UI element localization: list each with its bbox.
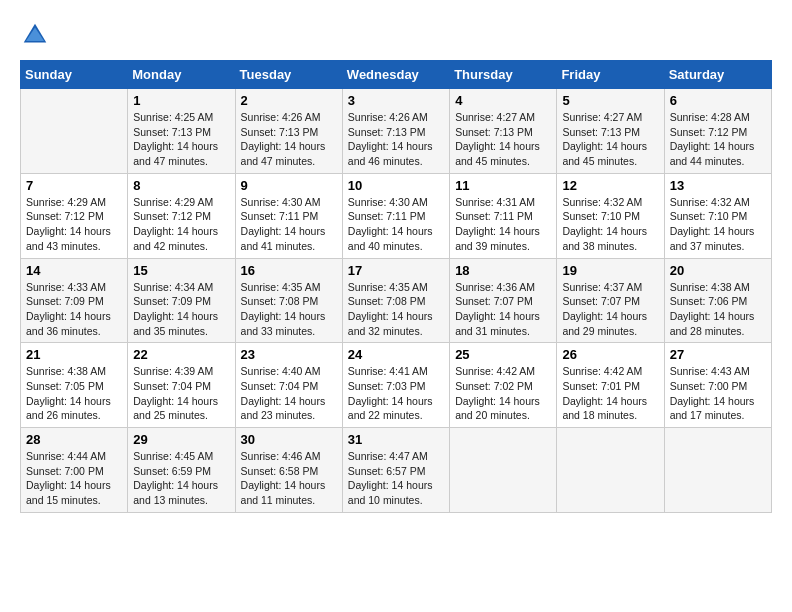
day-number: 17 bbox=[348, 263, 444, 278]
calendar-cell: 12Sunrise: 4:32 AM Sunset: 7:10 PM Dayli… bbox=[557, 173, 664, 258]
day-number: 15 bbox=[133, 263, 229, 278]
day-number: 11 bbox=[455, 178, 551, 193]
day-number: 27 bbox=[670, 347, 766, 362]
cell-content: Sunrise: 4:32 AM Sunset: 7:10 PM Dayligh… bbox=[670, 195, 766, 254]
cell-content: Sunrise: 4:42 AM Sunset: 7:01 PM Dayligh… bbox=[562, 364, 658, 423]
cell-content: Sunrise: 4:28 AM Sunset: 7:12 PM Dayligh… bbox=[670, 110, 766, 169]
calendar-cell: 28Sunrise: 4:44 AM Sunset: 7:00 PM Dayli… bbox=[21, 428, 128, 513]
calendar-cell: 23Sunrise: 4:40 AM Sunset: 7:04 PM Dayli… bbox=[235, 343, 342, 428]
cell-content: Sunrise: 4:46 AM Sunset: 6:58 PM Dayligh… bbox=[241, 449, 337, 508]
day-number: 9 bbox=[241, 178, 337, 193]
cell-content: Sunrise: 4:35 AM Sunset: 7:08 PM Dayligh… bbox=[348, 280, 444, 339]
day-number: 4 bbox=[455, 93, 551, 108]
logo bbox=[20, 20, 54, 50]
day-number: 7 bbox=[26, 178, 122, 193]
calendar-cell: 2Sunrise: 4:26 AM Sunset: 7:13 PM Daylig… bbox=[235, 89, 342, 174]
calendar-cell: 18Sunrise: 4:36 AM Sunset: 7:07 PM Dayli… bbox=[450, 258, 557, 343]
calendar-cell bbox=[21, 89, 128, 174]
day-header-monday: Monday bbox=[128, 61, 235, 89]
day-number: 12 bbox=[562, 178, 658, 193]
cell-content: Sunrise: 4:44 AM Sunset: 7:00 PM Dayligh… bbox=[26, 449, 122, 508]
day-number: 18 bbox=[455, 263, 551, 278]
day-number: 29 bbox=[133, 432, 229, 447]
calendar-cell: 29Sunrise: 4:45 AM Sunset: 6:59 PM Dayli… bbox=[128, 428, 235, 513]
calendar-week-5: 28Sunrise: 4:44 AM Sunset: 7:00 PM Dayli… bbox=[21, 428, 772, 513]
day-number: 14 bbox=[26, 263, 122, 278]
cell-content: Sunrise: 4:33 AM Sunset: 7:09 PM Dayligh… bbox=[26, 280, 122, 339]
calendar-cell: 13Sunrise: 4:32 AM Sunset: 7:10 PM Dayli… bbox=[664, 173, 771, 258]
day-number: 8 bbox=[133, 178, 229, 193]
cell-content: Sunrise: 4:42 AM Sunset: 7:02 PM Dayligh… bbox=[455, 364, 551, 423]
calendar-cell bbox=[557, 428, 664, 513]
calendar-week-4: 21Sunrise: 4:38 AM Sunset: 7:05 PM Dayli… bbox=[21, 343, 772, 428]
calendar-week-3: 14Sunrise: 4:33 AM Sunset: 7:09 PM Dayli… bbox=[21, 258, 772, 343]
cell-content: Sunrise: 4:30 AM Sunset: 7:11 PM Dayligh… bbox=[348, 195, 444, 254]
day-header-thursday: Thursday bbox=[450, 61, 557, 89]
cell-content: Sunrise: 4:29 AM Sunset: 7:12 PM Dayligh… bbox=[133, 195, 229, 254]
day-number: 13 bbox=[670, 178, 766, 193]
day-number: 3 bbox=[348, 93, 444, 108]
calendar-cell: 10Sunrise: 4:30 AM Sunset: 7:11 PM Dayli… bbox=[342, 173, 449, 258]
day-number: 23 bbox=[241, 347, 337, 362]
day-header-sunday: Sunday bbox=[21, 61, 128, 89]
calendar-cell: 9Sunrise: 4:30 AM Sunset: 7:11 PM Daylig… bbox=[235, 173, 342, 258]
calendar-cell: 20Sunrise: 4:38 AM Sunset: 7:06 PM Dayli… bbox=[664, 258, 771, 343]
calendar-cell: 4Sunrise: 4:27 AM Sunset: 7:13 PM Daylig… bbox=[450, 89, 557, 174]
cell-content: Sunrise: 4:35 AM Sunset: 7:08 PM Dayligh… bbox=[241, 280, 337, 339]
calendar-week-1: 1Sunrise: 4:25 AM Sunset: 7:13 PM Daylig… bbox=[21, 89, 772, 174]
cell-content: Sunrise: 4:45 AM Sunset: 6:59 PM Dayligh… bbox=[133, 449, 229, 508]
calendar-cell: 7Sunrise: 4:29 AM Sunset: 7:12 PM Daylig… bbox=[21, 173, 128, 258]
day-header-wednesday: Wednesday bbox=[342, 61, 449, 89]
calendar-cell: 14Sunrise: 4:33 AM Sunset: 7:09 PM Dayli… bbox=[21, 258, 128, 343]
calendar-week-2: 7Sunrise: 4:29 AM Sunset: 7:12 PM Daylig… bbox=[21, 173, 772, 258]
day-number: 10 bbox=[348, 178, 444, 193]
calendar-cell: 5Sunrise: 4:27 AM Sunset: 7:13 PM Daylig… bbox=[557, 89, 664, 174]
days-header-row: SundayMondayTuesdayWednesdayThursdayFrid… bbox=[21, 61, 772, 89]
calendar-cell: 26Sunrise: 4:42 AM Sunset: 7:01 PM Dayli… bbox=[557, 343, 664, 428]
calendar-cell: 22Sunrise: 4:39 AM Sunset: 7:04 PM Dayli… bbox=[128, 343, 235, 428]
day-number: 22 bbox=[133, 347, 229, 362]
day-number: 25 bbox=[455, 347, 551, 362]
page-header bbox=[20, 20, 772, 50]
cell-content: Sunrise: 4:27 AM Sunset: 7:13 PM Dayligh… bbox=[562, 110, 658, 169]
calendar-cell: 21Sunrise: 4:38 AM Sunset: 7:05 PM Dayli… bbox=[21, 343, 128, 428]
day-number: 2 bbox=[241, 93, 337, 108]
day-header-friday: Friday bbox=[557, 61, 664, 89]
day-number: 26 bbox=[562, 347, 658, 362]
cell-content: Sunrise: 4:30 AM Sunset: 7:11 PM Dayligh… bbox=[241, 195, 337, 254]
day-header-tuesday: Tuesday bbox=[235, 61, 342, 89]
cell-content: Sunrise: 4:27 AM Sunset: 7:13 PM Dayligh… bbox=[455, 110, 551, 169]
calendar-cell: 8Sunrise: 4:29 AM Sunset: 7:12 PM Daylig… bbox=[128, 173, 235, 258]
calendar-cell: 16Sunrise: 4:35 AM Sunset: 7:08 PM Dayli… bbox=[235, 258, 342, 343]
day-number: 1 bbox=[133, 93, 229, 108]
day-number: 30 bbox=[241, 432, 337, 447]
calendar-cell: 15Sunrise: 4:34 AM Sunset: 7:09 PM Dayli… bbox=[128, 258, 235, 343]
day-number: 31 bbox=[348, 432, 444, 447]
cell-content: Sunrise: 4:39 AM Sunset: 7:04 PM Dayligh… bbox=[133, 364, 229, 423]
calendar-cell bbox=[450, 428, 557, 513]
calendar-cell: 30Sunrise: 4:46 AM Sunset: 6:58 PM Dayli… bbox=[235, 428, 342, 513]
cell-content: Sunrise: 4:40 AM Sunset: 7:04 PM Dayligh… bbox=[241, 364, 337, 423]
cell-content: Sunrise: 4:25 AM Sunset: 7:13 PM Dayligh… bbox=[133, 110, 229, 169]
day-number: 28 bbox=[26, 432, 122, 447]
day-number: 16 bbox=[241, 263, 337, 278]
calendar-cell: 25Sunrise: 4:42 AM Sunset: 7:02 PM Dayli… bbox=[450, 343, 557, 428]
day-number: 19 bbox=[562, 263, 658, 278]
calendar-cell: 1Sunrise: 4:25 AM Sunset: 7:13 PM Daylig… bbox=[128, 89, 235, 174]
cell-content: Sunrise: 4:34 AM Sunset: 7:09 PM Dayligh… bbox=[133, 280, 229, 339]
cell-content: Sunrise: 4:37 AM Sunset: 7:07 PM Dayligh… bbox=[562, 280, 658, 339]
calendar-cell: 11Sunrise: 4:31 AM Sunset: 7:11 PM Dayli… bbox=[450, 173, 557, 258]
cell-content: Sunrise: 4:26 AM Sunset: 7:13 PM Dayligh… bbox=[241, 110, 337, 169]
calendar-cell: 27Sunrise: 4:43 AM Sunset: 7:00 PM Dayli… bbox=[664, 343, 771, 428]
cell-content: Sunrise: 4:41 AM Sunset: 7:03 PM Dayligh… bbox=[348, 364, 444, 423]
calendar-cell: 17Sunrise: 4:35 AM Sunset: 7:08 PM Dayli… bbox=[342, 258, 449, 343]
calendar-cell bbox=[664, 428, 771, 513]
day-number: 5 bbox=[562, 93, 658, 108]
logo-icon bbox=[20, 20, 50, 50]
day-header-saturday: Saturday bbox=[664, 61, 771, 89]
cell-content: Sunrise: 4:26 AM Sunset: 7:13 PM Dayligh… bbox=[348, 110, 444, 169]
calendar-table: SundayMondayTuesdayWednesdayThursdayFrid… bbox=[20, 60, 772, 513]
cell-content: Sunrise: 4:38 AM Sunset: 7:06 PM Dayligh… bbox=[670, 280, 766, 339]
cell-content: Sunrise: 4:38 AM Sunset: 7:05 PM Dayligh… bbox=[26, 364, 122, 423]
day-number: 24 bbox=[348, 347, 444, 362]
